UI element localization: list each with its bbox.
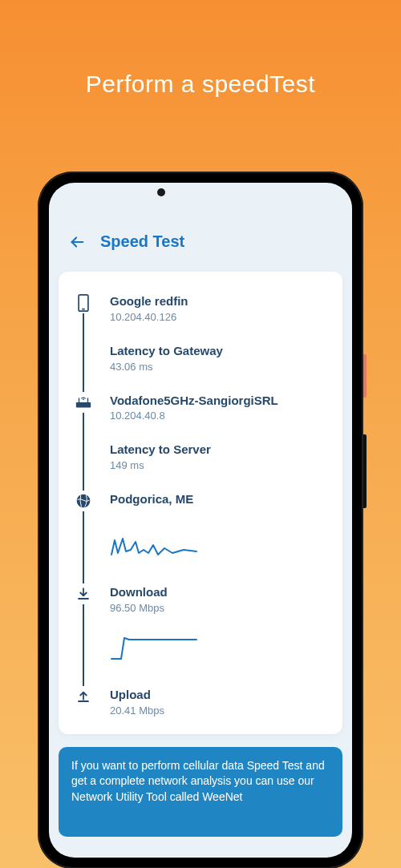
upload-graph xyxy=(110,633,206,664)
upload-value: 20.41 Mbps xyxy=(110,704,328,717)
arrow-left-icon xyxy=(68,233,86,251)
tip-banner[interactable]: If you want to perform cellular data Spe… xyxy=(59,747,342,838)
router-icon xyxy=(73,392,94,413)
latency-gateway-row: Latency to Gateway 43.06 ms xyxy=(73,342,328,373)
router-ssid: Vodafone5GHz-SangiorgiSRL xyxy=(110,394,328,409)
device-ip: 10.204.40.126 xyxy=(110,311,328,323)
phone-frame: Speed Test Google redfin 10.204.40.126 xyxy=(38,172,363,868)
phone-side-button-power xyxy=(363,434,367,508)
latency-server-value: 149 ms xyxy=(110,459,328,471)
server-location: Podgorica, ME xyxy=(110,492,328,507)
latency-server-label: Latency to Server xyxy=(110,442,328,458)
page-title: Speed Test xyxy=(100,232,184,251)
latency-gateway-label: Latency to Gateway xyxy=(110,344,328,359)
results-timeline: Google redfin 10.204.40.126 Latency to G… xyxy=(73,293,328,717)
server-row: Podgorica, ME xyxy=(73,491,328,511)
upload-graph-row xyxy=(73,633,328,667)
latency-gateway-value: 43.06 ms xyxy=(110,361,328,373)
router-row: Vodafone5GHz-SangiorgiSRL 10.204.40.8 xyxy=(73,392,328,422)
back-button[interactable] xyxy=(68,233,86,251)
globe-icon xyxy=(73,491,94,511)
device-name: Google redfin xyxy=(110,294,328,309)
app-header: Speed Test xyxy=(49,215,352,262)
download-value: 96.50 Mbps xyxy=(110,602,328,614)
phone-side-button-accent xyxy=(363,354,367,398)
results-card: Google redfin 10.204.40.126 Latency to G… xyxy=(59,272,342,734)
download-row: Download 96.50 Mbps xyxy=(73,583,328,614)
download-graph-row xyxy=(73,531,328,564)
device-row: Google redfin 10.204.40.126 xyxy=(73,293,328,323)
svg-point-6 xyxy=(83,398,84,400)
router-ip: 10.204.40.8 xyxy=(110,410,328,422)
phone-screen: Speed Test Google redfin 10.204.40.126 xyxy=(49,183,352,858)
upload-label: Upload xyxy=(110,688,328,703)
upload-icon xyxy=(73,686,94,707)
svg-rect-3 xyxy=(76,402,91,407)
download-graph xyxy=(110,531,206,561)
download-label: Download xyxy=(110,585,328,600)
latency-server-row: Latency to Server 149 ms xyxy=(73,441,328,471)
upload-row: Upload 20.41 Mbps xyxy=(73,686,328,717)
download-icon xyxy=(73,583,94,604)
phone-icon xyxy=(73,293,94,313)
page-headline: Perform a speedTest xyxy=(0,71,401,98)
